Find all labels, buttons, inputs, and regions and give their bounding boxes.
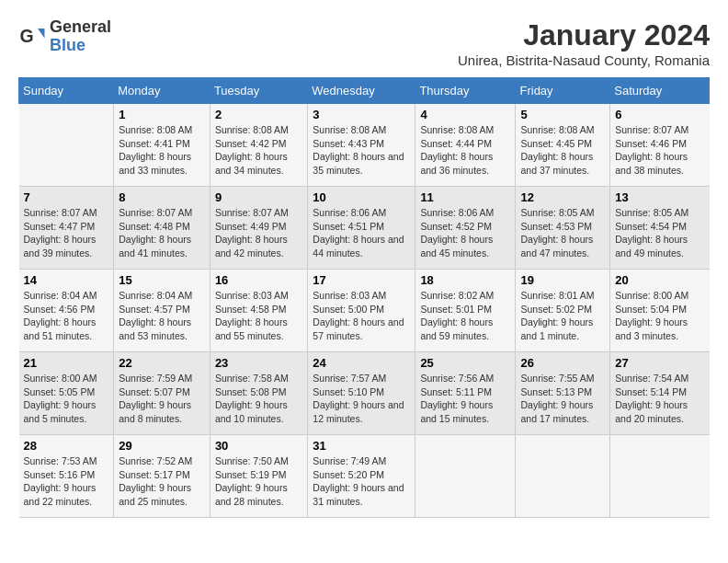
day-number: 19 xyxy=(520,273,605,287)
day-info: Sunrise: 7:53 AMSunset: 5:16 PMDaylight:… xyxy=(24,454,109,509)
day-info: Sunrise: 7:49 AMSunset: 5:20 PMDaylight:… xyxy=(313,454,410,509)
weekday-header-wednesday: Wednesday xyxy=(308,78,415,104)
day-info: Sunrise: 8:07 AMSunset: 4:47 PMDaylight:… xyxy=(24,206,109,260)
day-number: 24 xyxy=(313,356,410,370)
weekday-header-friday: Friday xyxy=(516,78,610,104)
calendar-cell: 6Sunrise: 8:07 AMSunset: 4:46 PMDaylight… xyxy=(610,104,710,187)
calendar-cell: 22Sunrise: 7:59 AMSunset: 5:07 PMDayligh… xyxy=(114,352,210,435)
day-number: 11 xyxy=(420,190,510,204)
calendar-cell: 17Sunrise: 8:03 AMSunset: 5:00 PMDayligh… xyxy=(308,270,415,352)
calendar-cell: 25Sunrise: 7:56 AMSunset: 5:11 PMDayligh… xyxy=(415,352,516,435)
day-number: 6 xyxy=(615,108,704,121)
month-title: January 2024 xyxy=(458,18,710,52)
day-info: Sunrise: 8:08 AMSunset: 4:41 PMDaylight:… xyxy=(119,123,205,178)
calendar-cell: 1Sunrise: 8:08 AMSunset: 4:41 PMDaylight… xyxy=(114,104,210,187)
day-number: 3 xyxy=(313,108,410,121)
logo: G General Blue xyxy=(18,18,111,55)
day-number: 29 xyxy=(119,439,205,453)
day-info: Sunrise: 8:08 AMSunset: 4:42 PMDaylight:… xyxy=(215,123,302,178)
weekday-header-sunday: Sunday xyxy=(19,78,114,104)
calendar-cell xyxy=(610,435,710,518)
day-info: Sunrise: 8:02 AMSunset: 5:01 PMDaylight:… xyxy=(420,289,510,343)
calendar-cell: 15Sunrise: 8:04 AMSunset: 4:57 PMDayligh… xyxy=(114,270,210,352)
day-number: 16 xyxy=(215,273,302,287)
calendar-cell xyxy=(19,104,114,187)
day-number: 8 xyxy=(119,190,205,204)
day-info: Sunrise: 8:08 AMSunset: 4:43 PMDaylight:… xyxy=(313,123,410,178)
day-info: Sunrise: 8:04 AMSunset: 4:56 PMDaylight:… xyxy=(24,289,109,343)
calendar-cell: 21Sunrise: 8:00 AMSunset: 5:05 PMDayligh… xyxy=(19,352,114,435)
calendar-cell: 26Sunrise: 7:55 AMSunset: 5:13 PMDayligh… xyxy=(516,352,610,435)
calendar-week-row: 14Sunrise: 8:04 AMSunset: 4:56 PMDayligh… xyxy=(19,270,710,352)
calendar-cell: 20Sunrise: 8:00 AMSunset: 5:04 PMDayligh… xyxy=(610,270,710,352)
day-number: 5 xyxy=(520,108,605,121)
calendar-week-row: 1Sunrise: 8:08 AMSunset: 4:41 PMDaylight… xyxy=(19,104,710,187)
day-number: 28 xyxy=(24,439,109,453)
calendar-week-row: 7Sunrise: 8:07 AMSunset: 4:47 PMDaylight… xyxy=(19,187,710,270)
day-info: Sunrise: 8:00 AMSunset: 5:04 PMDaylight:… xyxy=(615,289,704,343)
day-info: Sunrise: 8:08 AMSunset: 4:45 PMDaylight:… xyxy=(520,123,605,178)
day-number: 9 xyxy=(215,190,302,204)
day-info: Sunrise: 7:59 AMSunset: 5:07 PMDaylight:… xyxy=(119,372,205,426)
day-number: 25 xyxy=(420,356,510,370)
day-number: 21 xyxy=(24,356,109,370)
day-number: 27 xyxy=(615,356,704,370)
calendar-cell: 28Sunrise: 7:53 AMSunset: 5:16 PMDayligh… xyxy=(19,435,114,518)
calendar-cell xyxy=(516,435,610,518)
calendar-cell: 23Sunrise: 7:58 AMSunset: 5:08 PMDayligh… xyxy=(210,352,307,435)
logo-icon: G xyxy=(18,23,46,51)
day-info: Sunrise: 7:50 AMSunset: 5:19 PMDaylight:… xyxy=(215,454,302,509)
calendar-cell: 3Sunrise: 8:08 AMSunset: 4:43 PMDaylight… xyxy=(308,104,415,187)
day-info: Sunrise: 8:03 AMSunset: 5:00 PMDaylight:… xyxy=(313,289,410,343)
page-header: G General Blue January 2024 Unirea, Bist… xyxy=(18,18,710,68)
calendar-cell: 13Sunrise: 8:05 AMSunset: 4:54 PMDayligh… xyxy=(610,187,710,270)
calendar-cell: 31Sunrise: 7:49 AMSunset: 5:20 PMDayligh… xyxy=(308,435,415,518)
calendar-cell xyxy=(415,435,516,518)
weekday-header-monday: Monday xyxy=(114,78,210,104)
day-info: Sunrise: 7:58 AMSunset: 5:08 PMDaylight:… xyxy=(215,372,302,426)
calendar-table: SundayMondayTuesdayWednesdayThursdayFrid… xyxy=(18,77,710,518)
calendar-cell: 16Sunrise: 8:03 AMSunset: 4:58 PMDayligh… xyxy=(210,270,307,352)
calendar-cell: 10Sunrise: 8:06 AMSunset: 4:51 PMDayligh… xyxy=(308,187,415,270)
calendar-cell: 4Sunrise: 8:08 AMSunset: 4:44 PMDaylight… xyxy=(415,104,516,187)
calendar-cell: 19Sunrise: 8:01 AMSunset: 5:02 PMDayligh… xyxy=(516,270,610,352)
day-number: 26 xyxy=(520,356,605,370)
day-number: 23 xyxy=(215,356,302,370)
day-info: Sunrise: 8:00 AMSunset: 5:05 PMDaylight:… xyxy=(24,372,109,426)
day-info: Sunrise: 8:04 AMSunset: 4:57 PMDaylight:… xyxy=(119,289,205,343)
day-number: 4 xyxy=(420,108,510,121)
calendar-cell: 24Sunrise: 7:57 AMSunset: 5:10 PMDayligh… xyxy=(308,352,415,435)
weekday-header-thursday: Thursday xyxy=(415,78,516,104)
day-number: 10 xyxy=(313,190,410,204)
weekday-header-tuesday: Tuesday xyxy=(210,78,307,104)
day-number: 30 xyxy=(215,439,302,453)
logo-line1: General xyxy=(50,18,111,37)
day-info: Sunrise: 7:52 AMSunset: 5:17 PMDaylight:… xyxy=(119,454,205,509)
day-number: 1 xyxy=(119,108,205,121)
day-number: 2 xyxy=(215,108,302,121)
day-info: Sunrise: 8:03 AMSunset: 4:58 PMDaylight:… xyxy=(215,289,302,343)
day-info: Sunrise: 8:01 AMSunset: 5:02 PMDaylight:… xyxy=(520,289,605,343)
day-info: Sunrise: 8:07 AMSunset: 4:48 PMDaylight:… xyxy=(119,206,205,260)
calendar-cell: 11Sunrise: 8:06 AMSunset: 4:52 PMDayligh… xyxy=(415,187,516,270)
day-info: Sunrise: 8:07 AMSunset: 4:46 PMDaylight:… xyxy=(615,123,704,178)
day-number: 22 xyxy=(119,356,205,370)
calendar-week-row: 28Sunrise: 7:53 AMSunset: 5:16 PMDayligh… xyxy=(19,435,710,518)
day-info: Sunrise: 7:57 AMSunset: 5:10 PMDaylight:… xyxy=(313,372,410,426)
weekday-header-saturday: Saturday xyxy=(610,78,710,104)
day-info: Sunrise: 7:56 AMSunset: 5:11 PMDaylight:… xyxy=(420,372,510,426)
day-number: 7 xyxy=(24,190,109,204)
day-info: Sunrise: 8:07 AMSunset: 4:49 PMDaylight:… xyxy=(215,206,302,260)
day-info: Sunrise: 8:06 AMSunset: 4:52 PMDaylight:… xyxy=(420,206,510,260)
calendar-cell: 7Sunrise: 8:07 AMSunset: 4:47 PMDaylight… xyxy=(19,187,114,270)
day-info: Sunrise: 7:54 AMSunset: 5:14 PMDaylight:… xyxy=(615,372,704,426)
day-number: 17 xyxy=(313,273,410,287)
day-info: Sunrise: 8:08 AMSunset: 4:44 PMDaylight:… xyxy=(420,123,510,178)
svg-marker-1 xyxy=(38,29,45,39)
day-number: 20 xyxy=(615,273,704,287)
day-number: 13 xyxy=(615,190,704,204)
day-info: Sunrise: 8:05 AMSunset: 4:54 PMDaylight:… xyxy=(615,206,704,260)
day-info: Sunrise: 8:06 AMSunset: 4:51 PMDaylight:… xyxy=(313,206,410,260)
calendar-cell: 8Sunrise: 8:07 AMSunset: 4:48 PMDaylight… xyxy=(114,187,210,270)
day-number: 14 xyxy=(24,273,109,287)
